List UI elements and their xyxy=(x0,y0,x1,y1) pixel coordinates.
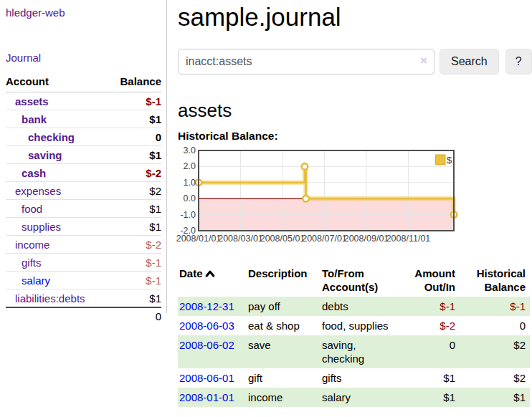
search-button[interactable]: Search xyxy=(440,49,499,75)
header-amount-line2: Out/In xyxy=(424,281,455,293)
account-row: food $1 xyxy=(6,200,161,218)
historical-balance-chart: $ 3.0 2.0 1.0 0.0 -1.0 -2.0 2008/01/01 2… xyxy=(175,145,532,250)
svg-text:3.0: 3.0 xyxy=(184,145,196,155)
sidebar-item-journal[interactable]: Journal xyxy=(6,52,166,64)
accounts-header-account: Account xyxy=(6,74,108,92)
transaction-date-link[interactable]: 2008-06-02 xyxy=(179,339,234,351)
transaction-description: income xyxy=(247,388,320,407)
transaction-row[interactable]: 2008-06-03 eat & shop food, supplies $-2… xyxy=(178,316,530,335)
account-link-salary[interactable]: salary xyxy=(22,274,50,287)
accounts-total-row: 0 xyxy=(6,307,161,325)
account-balance: $2 xyxy=(108,182,161,200)
account-link-assets[interactable]: assets xyxy=(15,95,49,107)
accounts-table: Account Balance assets $-1 bank $1 check… xyxy=(6,74,161,325)
transaction-amount: $-1 xyxy=(395,297,460,316)
search-input[interactable] xyxy=(178,49,434,75)
svg-text:2008/01/01: 2008/01/01 xyxy=(176,234,222,244)
header-tofrom: To/From Account(s) xyxy=(320,265,395,297)
transaction-balance: $-1 xyxy=(460,297,530,316)
transaction-row[interactable]: 2008-06-01 gift gifts $1 $2 xyxy=(178,368,530,388)
accounts-header-balance: Balance xyxy=(108,74,161,92)
transaction-amount: $1 xyxy=(395,388,460,407)
account-row: gifts $-1 xyxy=(6,254,161,272)
account-link-bank[interactable]: bank xyxy=(22,113,47,125)
transaction-accounts: saving, checking xyxy=(320,335,395,368)
svg-text:0.0: 0.0 xyxy=(184,193,196,203)
account-link-liabilities-debts[interactable]: liabilities:debts xyxy=(15,292,85,305)
transaction-date-link[interactable]: 2008-06-01 xyxy=(179,372,234,384)
account-balance: $1 xyxy=(108,110,161,128)
header-balance-line2: Balance xyxy=(484,281,526,293)
marker-2008-06-03 xyxy=(303,196,309,202)
transaction-description: pay off xyxy=(247,297,320,316)
search-form: × Search ? xyxy=(178,49,532,75)
accounts-total-value: 0 xyxy=(108,307,161,325)
transaction-balance: $1 xyxy=(460,388,530,407)
app-title-link[interactable]: hledger-web xyxy=(6,6,166,19)
transaction-balance: $2 xyxy=(460,335,530,368)
sort-ascending-icon xyxy=(205,267,215,281)
header-tofrom-line2: Account(s) xyxy=(322,281,378,293)
transaction-date-link[interactable]: 2008-06-03 xyxy=(179,320,234,332)
svg-text:2.0: 2.0 xyxy=(184,161,196,171)
account-balance: $-1 xyxy=(108,92,161,110)
transaction-row[interactable]: 2008-12-31 pay off debts $-1 $-1 xyxy=(178,297,530,316)
transaction-row[interactable]: 2008-01-01 income salary $1 $1 xyxy=(178,388,530,407)
svg-text:2008/03/01: 2008/03/01 xyxy=(218,234,263,244)
accounts-header-row: Account Balance xyxy=(6,74,161,92)
account-link-gifts[interactable]: gifts xyxy=(22,257,42,269)
account-link-checking[interactable]: checking xyxy=(28,131,75,143)
account-row: saving $1 xyxy=(6,146,161,164)
account-link-food[interactable]: food xyxy=(22,203,42,215)
register-header-row: Date Description To/From Account(s) Amou… xyxy=(178,265,530,297)
account-balance: 0 xyxy=(108,128,161,146)
transaction-amount: $-2 xyxy=(395,316,460,335)
account-link-supplies[interactable]: supplies xyxy=(22,221,61,233)
sidebar: hledger-web Journal Account Balance asse… xyxy=(0,0,167,313)
header-tofrom-line1: To/From xyxy=(322,267,364,279)
account-link-income[interactable]: income xyxy=(15,239,49,251)
transaction-amount: 0 xyxy=(395,335,460,368)
account-link-saving[interactable]: saving xyxy=(28,149,62,161)
account-link-cash[interactable]: cash xyxy=(22,167,46,179)
transaction-accounts: debts xyxy=(320,297,395,316)
svg-text:2008/11/01: 2008/11/01 xyxy=(386,234,431,244)
account-balance: $-2 xyxy=(108,236,161,254)
transaction-accounts: food, supplies xyxy=(320,316,395,335)
svg-text:1.0: 1.0 xyxy=(184,178,196,188)
transaction-balance: $2 xyxy=(460,368,530,388)
svg-text:2008/09/01: 2008/09/01 xyxy=(344,234,389,244)
main-content: sample.journal × Search ? assets Histori… xyxy=(178,0,532,407)
account-link-expenses[interactable]: expenses xyxy=(15,185,61,197)
transaction-description: save xyxy=(247,335,320,368)
header-balance-line1: Historical xyxy=(477,267,526,279)
account-row: salary $-1 xyxy=(6,272,161,289)
account-row: cash $-2 xyxy=(6,164,161,182)
page-title: sample.journal xyxy=(178,4,532,31)
register-table: Date Description To/From Account(s) Amou… xyxy=(178,265,530,407)
header-date[interactable]: Date xyxy=(178,265,247,297)
header-description: Description xyxy=(247,265,320,297)
marker-2008-06-01 xyxy=(302,163,308,170)
header-balance: Historical Balance xyxy=(460,265,530,297)
transaction-accounts: gifts xyxy=(320,368,395,388)
account-row: income $-2 xyxy=(6,236,161,254)
y-axis-labels: 3.0 2.0 1.0 0.0 -1.0 -2.0 xyxy=(180,145,196,236)
transaction-date-link[interactable]: 2008-12-31 xyxy=(179,300,234,312)
chart-legend: $ xyxy=(436,155,453,166)
chart-heading: Historical Balance: xyxy=(178,130,532,143)
help-button[interactable]: ? xyxy=(505,49,532,75)
account-row: liabilities:debts $1 xyxy=(6,289,161,308)
legend-swatch xyxy=(436,155,446,165)
account-balance: $-1 xyxy=(108,254,161,272)
svg-text:2008/07/01: 2008/07/01 xyxy=(302,234,347,244)
balance-chart-svg: $ 3.0 2.0 1.0 0.0 -1.0 -2.0 2008/01/01 2… xyxy=(175,145,462,247)
account-balance: $-1 xyxy=(108,272,161,289)
header-date-label: Date xyxy=(179,267,203,279)
clear-search-icon[interactable]: × xyxy=(420,54,427,67)
svg-text:-1.0: -1.0 xyxy=(180,210,196,220)
transaction-description: eat & shop xyxy=(247,316,320,335)
transaction-row[interactable]: 2008-06-02 save saving, checking 0 $2 xyxy=(178,335,530,368)
account-balance: $1 xyxy=(108,200,161,218)
transaction-date-link[interactable]: 2008-01-01 xyxy=(179,391,234,403)
